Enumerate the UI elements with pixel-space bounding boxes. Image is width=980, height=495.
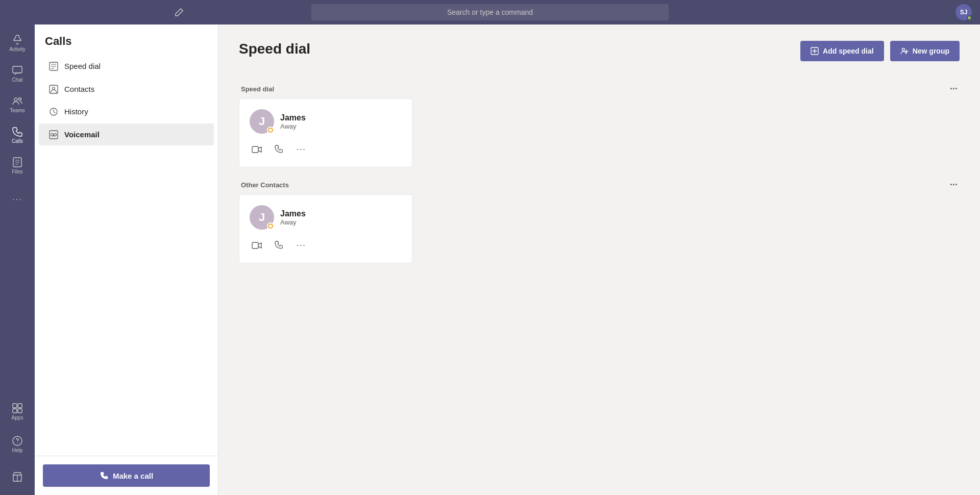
more-options-button[interactable]: ···	[295, 142, 308, 157]
contact-avatar-james-other: J	[250, 205, 274, 230]
other-contacts-more-button[interactable]: ···	[950, 180, 958, 190]
svg-point-9	[17, 443, 18, 444]
svg-point-1	[14, 98, 17, 101]
more-options-button-other[interactable]: ···	[295, 238, 308, 253]
video-call-button[interactable]	[250, 142, 264, 157]
contact-details-other: James Away	[280, 209, 306, 226]
menu-item-contacts[interactable]: Contacts	[39, 78, 214, 100]
svg-rect-19	[252, 146, 258, 153]
away-status-dot-other	[267, 222, 274, 230]
contact-actions-other: ···	[250, 238, 402, 253]
menu-item-speed-dial[interactable]: Speed dial	[39, 55, 214, 77]
make-call-button[interactable]: Make a call	[43, 464, 210, 487]
sidebar-item-files[interactable]: Files	[3, 151, 32, 180]
compose-icon[interactable]	[174, 7, 184, 17]
help-icon	[12, 435, 23, 447]
contact-status: Away	[280, 122, 306, 130]
avatar-status-dot	[967, 15, 972, 20]
ellipsis-icon-other: ···	[297, 240, 306, 251]
menu-history-label: History	[64, 107, 88, 116]
other-contacts-section-header: Other Contacts ···	[239, 180, 960, 190]
svg-rect-6	[13, 409, 17, 413]
chat-label: Chat	[12, 77, 22, 83]
sidebar-item-store[interactable]	[3, 462, 32, 491]
svg-point-12	[53, 87, 55, 89]
search-bar[interactable]: Search or type a command	[311, 4, 669, 20]
files-label: Files	[12, 169, 22, 175]
contact-card-james-other: J James Away	[239, 194, 412, 263]
svg-rect-20	[252, 242, 258, 249]
apps-icon	[12, 402, 23, 414]
contact-name-other: James	[280, 209, 306, 218]
speed-dial-section: Speed dial ··· J James Away	[239, 84, 960, 167]
avatar[interactable]: SJ	[955, 4, 972, 20]
svg-rect-4	[13, 404, 17, 408]
teams-icon	[12, 95, 23, 107]
avatar-letter: J	[259, 115, 265, 128]
menu-item-voicemail[interactable]: Voicemail	[39, 123, 214, 145]
sidebar-item-activity[interactable]: Activity	[3, 29, 32, 57]
main-content: Speed dial Add speed dial New group	[218, 24, 980, 495]
voicemail-icon	[49, 130, 58, 139]
svg-point-16	[54, 134, 57, 136]
audio-call-button-other[interactable]	[272, 238, 286, 253]
topbar: Search or type a command SJ	[0, 0, 980, 24]
add-speed-dial-button[interactable]: Add speed dial	[800, 41, 884, 61]
calls-panel: Calls Speed dial	[35, 24, 218, 495]
calls-icon	[12, 126, 23, 138]
sidebar-item-teams[interactable]: Teams	[3, 90, 32, 118]
svg-point-18	[902, 48, 904, 51]
avatar-initials: SJ	[960, 9, 968, 16]
contacts-icon	[49, 84, 58, 94]
calls-title: Calls	[35, 24, 218, 54]
main-layout: Activity Chat Teams	[0, 24, 980, 495]
contact-avatar-james-speed: J	[250, 109, 274, 134]
svg-point-2	[19, 98, 21, 101]
avatar-letter-other: J	[259, 211, 265, 224]
sidebar-item-apps[interactable]: Apps	[3, 397, 32, 426]
speed-dial-icon	[49, 61, 58, 71]
add-speed-dial-label: Add speed dial	[823, 47, 874, 55]
menu-voicemail-label: Voicemail	[64, 130, 100, 139]
calls-bottom: Make a call	[35, 456, 218, 495]
activity-icon	[12, 34, 23, 46]
svg-rect-0	[13, 66, 22, 73]
svg-rect-7	[18, 409, 22, 413]
menu-contacts-label: Contacts	[64, 85, 94, 93]
sidebar-item-help[interactable]: Help	[3, 430, 32, 458]
help-label: Help	[12, 448, 23, 453]
sidebar-nav: Activity Chat Teams	[0, 24, 35, 495]
speed-dial-section-title: Speed dial	[241, 85, 274, 93]
contact-info-other: J James Away	[250, 205, 402, 230]
sidebar-item-calls[interactable]: Calls	[3, 120, 32, 149]
audio-call-button[interactable]	[272, 142, 286, 157]
other-contacts-section-title: Other Contacts	[241, 181, 289, 189]
speed-dial-section-header: Speed dial ···	[239, 84, 960, 94]
new-group-label: New group	[913, 47, 949, 55]
contact-card-james-speed: J James Away	[239, 98, 412, 167]
video-call-button-other[interactable]	[250, 238, 264, 253]
search-placeholder: Search or type a command	[447, 8, 533, 16]
contact-details: James Away	[280, 113, 306, 130]
svg-rect-5	[18, 404, 22, 408]
contact-status-other: Away	[280, 218, 306, 226]
ellipsis-icon: ···	[297, 144, 306, 155]
menu-speed-dial-label: Speed dial	[64, 62, 101, 70]
other-contacts-section: Other Contacts ··· J James Away	[239, 180, 960, 263]
chat-icon	[12, 64, 23, 77]
away-status-dot	[267, 127, 274, 134]
calls-menu: Speed dial Contacts	[35, 54, 218, 456]
apps-label: Apps	[12, 415, 23, 420]
sidebar-item-chat[interactable]: Chat	[3, 59, 32, 88]
more-icon: ···	[12, 195, 22, 204]
action-buttons: Add speed dial New group	[800, 41, 960, 61]
speed-dial-more-button[interactable]: ···	[950, 84, 958, 94]
files-icon	[12, 156, 23, 168]
menu-item-history[interactable]: History	[39, 101, 214, 123]
page-title: Speed dial	[239, 41, 310, 57]
new-group-button[interactable]: New group	[890, 41, 960, 61]
history-icon	[49, 107, 58, 117]
calls-label: Calls	[12, 138, 23, 144]
sidebar-item-more[interactable]: ···	[3, 186, 32, 214]
store-icon	[12, 470, 23, 482]
